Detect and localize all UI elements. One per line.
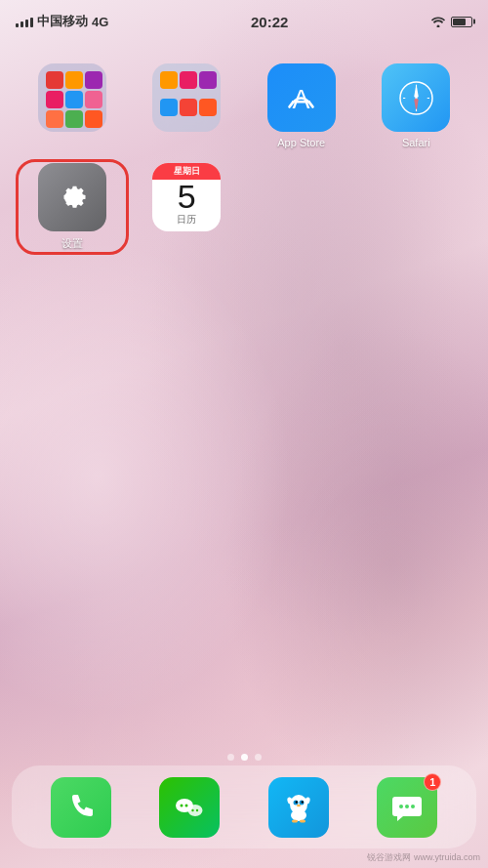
empty-slot-2 [267,163,336,231]
safari-svg [394,76,438,120]
page-dot-1[interactable] [227,754,234,761]
dock-item-qq[interactable] [268,777,329,838]
dock-item-messages[interactable]: 1 [377,777,437,838]
folder2-grid [152,63,221,132]
messages-badge: 1 [424,773,441,791]
dock-item-phone[interactable] [51,777,111,838]
svg-point-15 [196,808,198,810]
svg-point-27 [399,805,403,808]
battery-icon [451,17,472,27]
mini-icon-5 [65,91,83,108]
svg-point-26 [300,819,305,822]
svg-point-25 [292,819,298,822]
app-item-settings[interactable]: 设置 [20,163,125,251]
mini2-icon-2 [180,71,197,89]
svg-point-14 [192,808,194,810]
dock: 1 [12,765,476,848]
calendar-app-icon[interactable]: 星期日 5 日历 [152,163,221,231]
mini-icon-7 [46,110,63,128]
home-screen: 中国移动 4G 20:22 [0,0,488,868]
page-dot-3[interactable] [255,754,262,761]
empty-slot-3 [382,163,450,231]
app-item-appstore[interactable]: A App Store [249,63,354,148]
wifi-icon [430,16,446,27]
svg-point-20 [295,801,297,803]
app-item-safari[interactable]: Safari [364,63,469,148]
dock-item-wechat[interactable] [159,777,220,838]
settings-label: 设置 [61,236,83,251]
qq-app-icon[interactable] [268,777,329,838]
mini2-icon-3 [199,71,217,89]
mini-icon-2 [65,71,83,89]
appstore-svg: A [279,76,323,120]
mini-icon-8 [65,110,83,128]
phone-app-icon[interactable] [51,777,111,838]
mini2-icon-5 [180,99,197,116]
mini-icon-3 [85,71,102,89]
svg-point-13 [188,805,203,816]
qq-svg [280,789,317,826]
mini2-icon-1 [160,71,178,89]
svg-point-29 [411,805,415,808]
app-item-folder1[interactable] [20,63,125,148]
signal-bar-2 [20,21,23,27]
signal-icon [16,16,33,27]
svg-point-22 [297,804,301,806]
mini-icon-1 [46,71,63,89]
signal-bar-4 [30,18,33,27]
app-item-empty2 [249,163,354,251]
mini-icon-9 [85,110,102,128]
settings-app-icon[interactable] [38,163,106,231]
calendar-day: 5 [178,180,196,213]
app-item-folder2[interactable] [135,63,240,148]
mini2-icon-4 [160,99,178,116]
signal-bar-3 [25,20,28,27]
carrier-label: 中国移动 [37,13,88,30]
status-right [430,16,472,27]
safari-icon[interactable] [382,63,450,132]
watermark: 锐谷游戏网 www.ytruida.com [367,851,480,864]
network-label: 4G [92,15,108,29]
folder1-icon[interactable] [38,63,106,132]
status-bar: 中国移动 4G 20:22 [0,0,488,43]
svg-point-11 [181,804,183,806]
app-grid: A App Store [0,54,488,275]
phone-svg [63,790,99,825]
status-left: 中国移动 4G [16,13,108,30]
page-dots [0,754,488,761]
mini2-icon-6 [199,99,217,116]
folder2-icon[interactable] [152,63,221,132]
app-item-calendar[interactable]: 星期日 5 日历 [135,163,240,251]
appstore-icon[interactable]: A [267,63,336,132]
signal-bar-1 [16,23,19,27]
svg-point-17 [291,809,306,821]
page-dot-2[interactable] [241,754,248,761]
mini-icon-6 [85,91,102,108]
calendar-label: 日历 [177,213,196,231]
svg-point-12 [185,804,188,806]
appstore-label: App Store [277,137,325,148]
safari-label: Safari [402,137,430,148]
status-time: 20:22 [251,14,288,30]
gear-svg [50,176,94,220]
battery-fill [453,19,466,25]
svg-point-28 [405,805,409,808]
messages-svg [388,789,426,826]
app-item-empty3 [364,163,469,251]
wechat-app-icon[interactable] [159,777,220,838]
svg-point-21 [301,801,303,803]
wechat-svg [171,789,208,826]
mini-icon-4 [46,91,63,108]
folder1-grid [38,63,106,132]
